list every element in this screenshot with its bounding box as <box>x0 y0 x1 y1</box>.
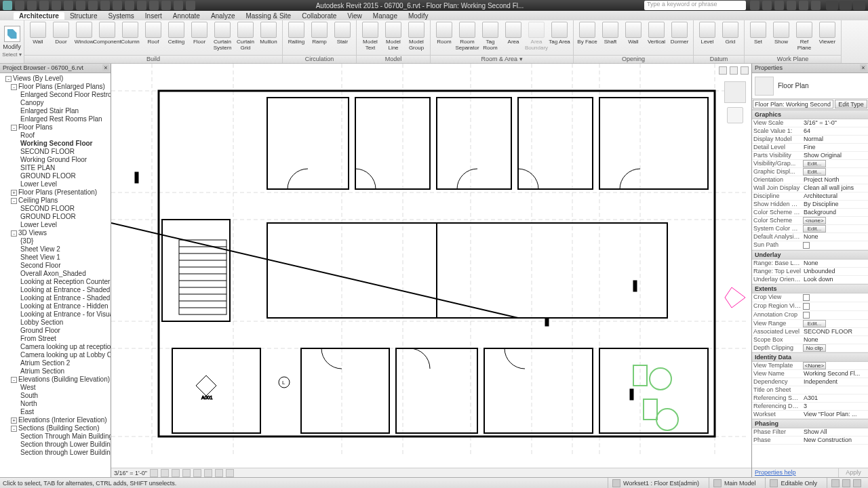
ribbon-window-button[interactable]: Window <box>73 22 95 45</box>
tree-item[interactable]: Section Through Main Building <box>0 432 111 441</box>
tree-item[interactable]: GROUND FLOOR <box>0 213 111 221</box>
prop-value[interactable]: None <box>802 233 868 241</box>
tree-item[interactable]: Roof <box>0 131 111 140</box>
ribbon-curtain-grid-button[interactable]: Curtain Grid <box>235 22 256 51</box>
modify-icon[interactable] <box>4 26 20 42</box>
tree-item[interactable]: Camera looking up at Lobby Ce <box>0 351 111 359</box>
prop-value[interactable]: 3 <box>802 403 868 410</box>
view-min-icon[interactable] <box>719 66 727 75</box>
prop-value[interactable]: Show All <box>802 428 868 436</box>
tree-item[interactable]: West <box>0 384 111 392</box>
tab-structure[interactable]: Structure <box>64 12 103 20</box>
tab-massing-site[interactable]: Massing & Site <box>240 12 296 20</box>
ribbon-shaft-button[interactable]: Shaft <box>599 22 621 45</box>
tree-item[interactable]: SECOND FLOOR <box>0 148 111 156</box>
ribbon-ceiling-button[interactable]: Ceiling <box>165 22 187 45</box>
prop-value[interactable]: Fine <box>802 144 868 151</box>
select-icon[interactable] <box>842 479 850 487</box>
tab-analyze[interactable]: Analyze <box>205 12 241 20</box>
ribbon-model-line-button[interactable]: Model Line <box>382 22 404 51</box>
tree-item[interactable]: Second Floor <box>0 262 111 270</box>
prop-section-underlay[interactable]: Underlay <box>752 250 868 260</box>
ribbon-ramp-button[interactable]: Ramp <box>309 22 330 45</box>
tree-item[interactable]: Section through Lower Building <box>0 441 111 449</box>
ribbon-tag-room-button[interactable]: Tag Room <box>479 22 501 51</box>
qat-thin-icon[interactable] <box>161 1 171 10</box>
tree-item[interactable]: -Floor Plans <box>0 123 111 131</box>
type-selector[interactable]: Floor Plan: Working Second ▾ <box>753 100 833 108</box>
tree-item[interactable]: South <box>0 392 111 400</box>
tree-item[interactable]: North <box>0 400 111 408</box>
prop-value[interactable]: By Discipline <box>802 201 868 208</box>
ribbon-area-button[interactable]: Area <box>502 22 524 45</box>
filter-icon[interactable] <box>831 479 840 487</box>
shadows-icon[interactable] <box>182 469 191 477</box>
qat-open-icon[interactable] <box>15 1 24 10</box>
tab-architecture[interactable]: Architecture <box>14 12 64 20</box>
qat-redo-icon[interactable] <box>52 1 61 10</box>
status-editable[interactable]: Editable Only <box>765 478 821 488</box>
tree-item[interactable]: Canopy <box>0 99 111 107</box>
qat-section-icon[interactable] <box>149 1 159 10</box>
minimize-button[interactable] <box>826 1 838 10</box>
tree-item[interactable]: Section through Lower Buildin <box>0 449 111 457</box>
qat-save-icon[interactable] <box>27 1 37 10</box>
prop-value[interactable]: Clean all wall joins <box>802 184 868 192</box>
prop-value[interactable]: View "Floor Plan: ... <box>802 411 868 418</box>
ribbon-column-button[interactable]: Column <box>119 22 141 45</box>
tab-manage[interactable]: Manage <box>368 12 403 20</box>
qat-measure-icon[interactable] <box>88 1 98 10</box>
tree-item[interactable]: Lower Level <box>0 221 111 229</box>
ribbon-wall-button[interactable]: Wall <box>623 22 644 45</box>
drag-icon[interactable] <box>853 479 861 487</box>
edit-type-button[interactable]: Edit Type <box>835 100 867 108</box>
qat-3d-icon[interactable] <box>137 1 146 10</box>
floor-plan-canvas[interactable]: A001 L <box>111 64 751 468</box>
prop-value[interactable]: 64 <box>802 127 868 135</box>
prop-value[interactable]: None <box>802 260 868 267</box>
prop-checkbox[interactable] <box>803 242 810 249</box>
ribbon-door-button[interactable]: Door <box>50 22 72 45</box>
prop-value[interactable]: SECOND FLOOR <box>802 328 868 336</box>
view-scale[interactable]: 3/16" = 1'-0" <box>114 470 147 476</box>
prop-edit-button[interactable]: No clip <box>803 344 826 352</box>
ribbon-room-separator-button[interactable]: Room Separator <box>456 22 478 51</box>
tab-view[interactable]: View <box>342 12 368 20</box>
tree-item[interactable]: Ground Floor <box>0 327 111 335</box>
tree-item[interactable]: Looking at Entrance - Shaded C <box>0 286 111 294</box>
ribbon-stair-button[interactable]: Stair <box>332 22 353 45</box>
tree-item[interactable]: Looking at Entrance - for Visua <box>0 310 111 319</box>
qat-undo-icon[interactable] <box>39 1 49 10</box>
help-search-input[interactable]: Type a keyword or phrase <box>644 1 746 10</box>
tree-item[interactable]: SITE PLAN <box>0 164 111 172</box>
properties-close-icon[interactable]: × <box>860 64 867 71</box>
detail-level-icon[interactable] <box>150 469 158 477</box>
tree-item[interactable]: +Floor Plans (Presentation) <box>0 188 111 197</box>
prop-value[interactable] <box>802 386 868 394</box>
tree-item[interactable]: Lobby Section <box>0 319 111 327</box>
ribbon-room-button[interactable]: Room <box>433 22 455 45</box>
tree-item[interactable]: {3D} <box>0 237 111 245</box>
prop-value[interactable]: New Construction <box>802 436 868 444</box>
ribbon-vertical-button[interactable]: Vertical <box>646 22 667 45</box>
ribbon-grid-button[interactable]: Grid <box>719 22 741 45</box>
search-icon[interactable] <box>750 1 760 10</box>
prop-value[interactable]: Background <box>802 209 868 216</box>
tree-item[interactable]: Looking at Reception Counter <box>0 278 111 286</box>
tree-root[interactable]: -Views (By Level) <box>0 75 111 83</box>
prop-value[interactable]: Look down <box>802 276 868 283</box>
tree-item[interactable]: East <box>0 408 111 416</box>
sun-path-icon[interactable] <box>172 469 180 477</box>
ribbon-wall-button[interactable]: Wall <box>27 22 49 45</box>
tree-item[interactable]: -Elevations (Building Elevation) <box>0 375 111 384</box>
tree-item[interactable]: Working Second Floor <box>0 140 111 148</box>
prop-value[interactable]: 3/16" = 1'-0" <box>802 119 868 127</box>
crop-view-icon[interactable] <box>193 469 201 477</box>
ribbon-by-face-button[interactable]: By Face <box>576 22 598 45</box>
tree-item[interactable]: Working Ground Floor <box>0 156 111 164</box>
status-model[interactable]: Main Model <box>709 478 760 488</box>
nav-wheel-icon[interactable] <box>727 107 743 123</box>
tree-item[interactable]: Lower Level <box>0 180 111 188</box>
ribbon-dormer-button[interactable]: Dormer <box>669 22 690 45</box>
help-icon[interactable] <box>811 1 821 10</box>
